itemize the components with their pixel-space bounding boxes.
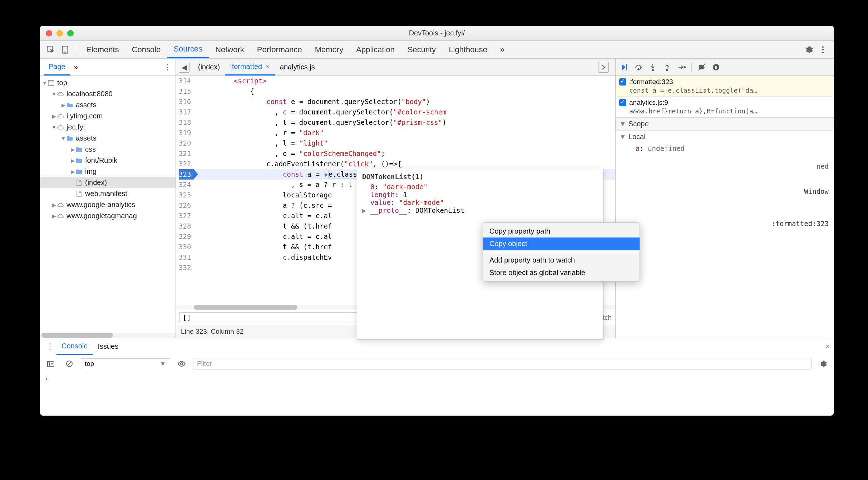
device-toggle-icon[interactable]: [59, 43, 71, 56]
tab-security[interactable]: Security: [401, 41, 442, 58]
tree-item[interactable]: ▼top: [40, 77, 176, 88]
nav-prev-icon[interactable]: ◀: [179, 62, 189, 73]
tab-memory[interactable]: Memory: [309, 41, 350, 58]
tab-lighthouse[interactable]: Lighthouse: [442, 41, 494, 58]
editor-tab-formatted[interactable]: :formatted×: [225, 59, 275, 75]
context-menu-item[interactable]: Add property path to watch: [483, 254, 640, 266]
tooltip-prop[interactable]: 0: "dark-mode": [362, 183, 598, 191]
tree-item[interactable]: ▶css: [40, 144, 176, 155]
tab-network[interactable]: Network: [209, 41, 251, 58]
settings-gear-icon[interactable]: [802, 43, 815, 56]
tree-item[interactable]: ▶assets: [40, 99, 176, 111]
scope-variable[interactable]: a: undefined: [616, 143, 834, 154]
drawer-tab-console[interactable]: Console: [56, 338, 93, 355]
sidebar-scrollbar[interactable]: [40, 333, 176, 338]
scope-header[interactable]: ▼Scope: [616, 117, 834, 131]
navigator-tab-more-chevron-icon[interactable]: »: [70, 59, 82, 75]
tooltip-prop[interactable]: length: 1: [362, 191, 598, 199]
inspect-element-icon[interactable]: [44, 43, 57, 56]
editor-tab-analytics[interactable]: analytics.js: [275, 59, 320, 75]
step-icon[interactable]: [676, 62, 687, 73]
svg-line-21: [67, 362, 71, 366]
context-menu-item[interactable]: Store object as global variable: [483, 266, 640, 279]
devtools-window: DevTools - jec.fyi/ Elements Console Sou…: [40, 26, 834, 416]
clear-console-icon[interactable]: [63, 357, 76, 370]
separator: [691, 63, 692, 72]
breakpoint-checkbox[interactable]: [619, 78, 626, 85]
svg-point-4: [822, 49, 824, 50]
tooltip-prop[interactable]: value: "dark-mode": [362, 199, 598, 206]
titlebar: DevTools - jec.fyi/: [40, 26, 834, 41]
more-tabs-chevron-icon[interactable]: »: [494, 41, 511, 58]
deactivate-breakpoints-icon[interactable]: [696, 62, 707, 73]
console-settings-gear-icon[interactable]: [817, 357, 829, 370]
console-prompt[interactable]: ›: [40, 372, 834, 385]
svg-rect-6: [48, 80, 54, 85]
console-filter-input[interactable]: Filter: [193, 358, 812, 369]
editor-tab-index[interactable]: (index): [193, 59, 225, 75]
breakpoint-item[interactable]: analytics.js:9 a&&a.href}return a},B=fun…: [616, 97, 834, 117]
tab-application[interactable]: Application: [350, 41, 401, 58]
navigator-kebab-icon[interactable]: ⋮: [163, 63, 171, 72]
tooltip-proto[interactable]: ▶ __proto__: DOMTokenList: [362, 206, 598, 214]
tree-item[interactable]: ▶font/Rubik: [40, 155, 176, 166]
navigator-tab-page[interactable]: Page: [44, 59, 70, 75]
breakpoint-checkbox[interactable]: [619, 99, 626, 106]
context-menu-item[interactable]: Copy object: [483, 237, 640, 250]
tab-console[interactable]: Console: [125, 41, 167, 58]
tree-item[interactable]: web.manifest: [40, 188, 176, 199]
file-tree[interactable]: ▼top▼localhost:8080▶assets▶i.ytimg.com▼j…: [40, 76, 176, 333]
tab-elements[interactable]: Elements: [80, 41, 125, 58]
step-into-icon[interactable]: [647, 62, 659, 73]
menu-separator: [483, 252, 640, 252]
tree-item[interactable]: ▶img: [40, 166, 176, 177]
context-menu: Copy property pathCopy objectAdd propert…: [483, 222, 640, 281]
scope-local-header[interactable]: ▼Local: [616, 131, 834, 143]
scope-global-window[interactable]: Window: [616, 186, 834, 197]
pause-on-exceptions-icon[interactable]: [710, 62, 722, 73]
tree-item[interactable]: ▶www.google-analytics: [40, 199, 176, 210]
breakpoint-code: a&&a.href}return a},B=function(a…: [629, 107, 830, 115]
resume-icon[interactable]: [618, 62, 630, 73]
nav-next-icon[interactable]: [598, 62, 609, 73]
svg-point-3: [822, 46, 824, 48]
context-selector[interactable]: top▼: [81, 358, 170, 369]
svg-point-15: [713, 64, 719, 70]
tree-item[interactable]: ▼assets: [40, 133, 176, 144]
callstack-location[interactable]: :formatted:323: [616, 218, 834, 229]
debugger-panel: :formatted:323 const a = e.classList.tog…: [616, 59, 834, 338]
line-gutter[interactable]: 3143153163173183193203213223233243253263…: [176, 76, 194, 305]
step-over-icon[interactable]: [633, 62, 644, 73]
tree-item[interactable]: (index): [40, 177, 176, 188]
tree-item[interactable]: ▶www.googletagmanag: [40, 210, 176, 221]
tree-item[interactable]: ▼jec.fyi: [40, 122, 176, 133]
tab-performance[interactable]: Performance: [251, 41, 309, 58]
svg-point-11: [666, 69, 668, 71]
navigator-sidebar: Page » ⋮ ▼top▼localhost:8080▶assets▶i.yt…: [40, 59, 176, 338]
separator: [76, 45, 76, 55]
live-expression-eye-icon[interactable]: [175, 357, 188, 370]
close-tab-icon[interactable]: ×: [266, 63, 270, 71]
drawer-tabs: ⋮ Console Issues ×: [40, 338, 834, 355]
console-sidebar-toggle-icon[interactable]: [44, 357, 57, 370]
breakpoint-code: const a = e.classList.toggle("da…: [629, 87, 830, 94]
context-menu-item[interactable]: Copy property path: [483, 225, 640, 237]
tab-sources[interactable]: Sources: [167, 41, 209, 58]
drawer-tab-issues[interactable]: Issues: [93, 338, 123, 355]
breakpoint-item[interactable]: :formatted:323 const a = e.classList.tog…: [616, 76, 834, 97]
navigator-tabs: Page » ⋮: [40, 59, 176, 76]
window-title: DevTools - jec.fyi/: [40, 29, 834, 37]
step-out-icon[interactable]: [661, 62, 673, 73]
tree-item[interactable]: ▶i.ytimg.com: [40, 111, 176, 122]
svg-point-10: [652, 69, 654, 71]
svg-rect-16: [715, 66, 716, 69]
editor-tabs: ◀ (index) :formatted× analytics.js: [176, 59, 615, 76]
kebab-menu-icon[interactable]: [817, 43, 829, 56]
drawer-kebab-icon[interactable]: ⋮: [44, 342, 56, 351]
tree-item[interactable]: ▼localhost:8080: [40, 88, 176, 99]
drawer-close-icon[interactable]: ×: [825, 342, 830, 351]
breakpoint-label: analytics.js:9: [629, 99, 668, 107]
svg-point-9: [638, 69, 639, 70]
scope-truncated-text: ned: [616, 161, 834, 172]
svg-point-12: [684, 67, 685, 68]
